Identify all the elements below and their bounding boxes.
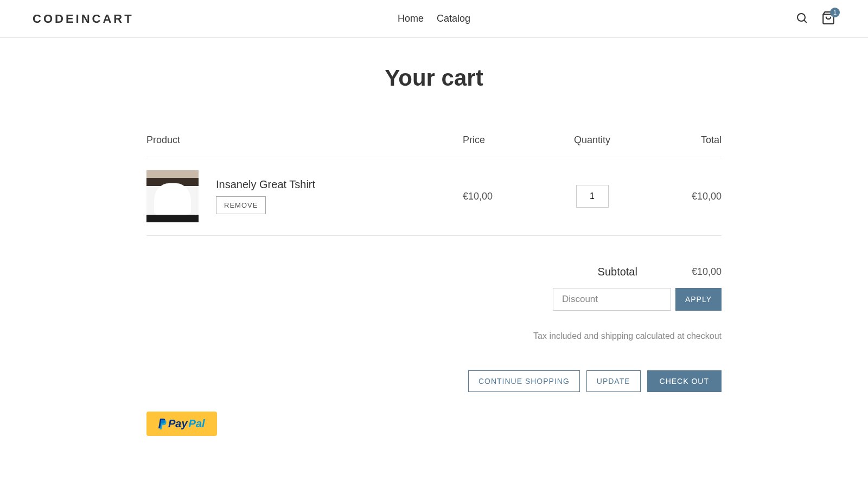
svg-line-1 <box>804 20 807 23</box>
product-name[interactable]: Insanely Great Tshirt <box>216 178 315 191</box>
svg-point-0 <box>797 14 805 21</box>
paypal-text-pay: Pay <box>168 418 188 430</box>
nav-catalog[interactable]: Catalog <box>437 13 470 24</box>
update-button[interactable]: UPDATE <box>586 370 641 392</box>
cart-count-badge: 1 <box>830 8 840 17</box>
checkout-button[interactable]: CHECK OUT <box>647 370 722 392</box>
apply-button[interactable]: APPLY <box>675 288 722 311</box>
col-quantity: Quantity <box>549 134 635 157</box>
product-cell: Insanely Great Tshirt REMOVE <box>146 170 463 222</box>
product-image[interactable] <box>146 170 199 222</box>
tax-note: Tax included and shipping calculated at … <box>468 331 722 341</box>
item-total: €10,00 <box>635 157 722 236</box>
cart-row: Insanely Great Tshirt REMOVE €10,00 €10,… <box>146 157 722 236</box>
col-price: Price <box>463 134 549 157</box>
subtotal-label: Subtotal <box>598 266 637 278</box>
continue-shopping-button[interactable]: CONTINUE SHOPPING <box>468 370 580 392</box>
cart-button[interactable]: 1 <box>821 11 835 27</box>
subtotal-value: €10,00 <box>692 266 722 278</box>
subtotal-row: Subtotal €10,00 <box>468 266 722 278</box>
quantity-input[interactable] <box>576 185 609 208</box>
remove-button[interactable]: REMOVE <box>216 196 266 214</box>
paypal-section: PayPal <box>146 412 722 436</box>
paypal-icon <box>158 419 167 429</box>
col-total: Total <box>635 134 722 157</box>
nav-home[interactable]: Home <box>398 13 424 24</box>
product-info: Insanely Great Tshirt REMOVE <box>216 178 315 214</box>
col-product: Product <box>146 134 463 157</box>
action-row: CONTINUE SHOPPING UPDATE CHECK OUT <box>468 370 722 392</box>
main-nav: Home Catalog <box>398 13 470 24</box>
item-price: €10,00 <box>463 157 549 236</box>
search-icon <box>795 11 808 24</box>
logo[interactable]: CODEINCART <box>33 12 134 26</box>
cart-table: Product Price Quantity Total Insanely Gr… <box>146 134 722 236</box>
search-button[interactable] <box>795 11 808 26</box>
page-title: Your cart <box>146 65 722 91</box>
cart-container: Your cart Product Price Quantity Total I… <box>136 65 732 436</box>
header-icons: 1 <box>795 11 835 27</box>
site-header: CODEINCART Home Catalog 1 <box>0 0 868 38</box>
discount-row: APPLY <box>468 288 722 311</box>
discount-input[interactable] <box>553 288 671 311</box>
paypal-button[interactable]: PayPal <box>146 412 217 436</box>
summary: Subtotal €10,00 APPLY Tax included and s… <box>146 266 722 392</box>
paypal-text-pal: Pal <box>189 418 205 430</box>
